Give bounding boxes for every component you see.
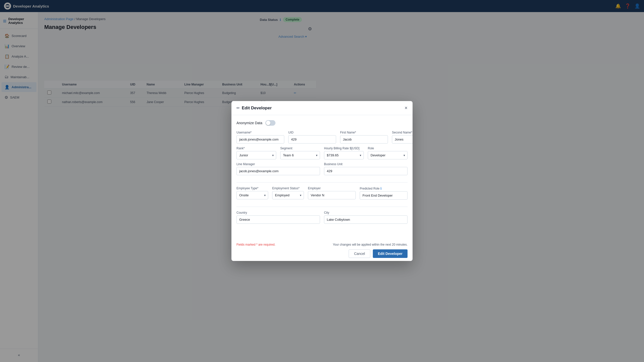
segment-select-wrapper: Team 6 Team 1 Team 2 Team 3 ▾ [280, 151, 320, 159]
username-label: Username* [236, 131, 284, 134]
form-section-identity: Username* UID First Name* Second Name* [236, 131, 322, 181]
anonymize-toggle[interactable] [265, 120, 275, 126]
form-row-manager: Line Manager Business Unit [236, 162, 322, 175]
rank-label: Rank* [236, 147, 276, 150]
form-group-uid: UID [288, 131, 322, 144]
uid-input[interactable] [288, 135, 322, 144]
uid-label: UID [288, 131, 322, 134]
modal-overlay: ✏ Edit Developer × Anonymize Data Userna… [0, 0, 322, 181]
form-row-rank: Rank* Junior Senior Mid-Level Lead ▾ [236, 147, 322, 159]
modal-header: ✏ Edit Developer × [231, 101, 322, 115]
toggle-knob [266, 121, 270, 125]
edit-pencil-icon: ✏ [236, 106, 240, 110]
line-manager-input[interactable] [236, 167, 320, 175]
line-manager-label: Line Manager [236, 162, 320, 166]
form-group-rank: Rank* Junior Senior Mid-Level Lead ▾ [236, 147, 276, 159]
form-group-username: Username* [236, 131, 284, 144]
modal-body: Anonymize Data Username* UID [231, 115, 322, 181]
form-group-segment: Segment Team 6 Team 1 Team 2 Team 3 ▾ [280, 147, 320, 159]
rank-select[interactable]: Junior Senior Mid-Level Lead [236, 151, 276, 159]
segment-label: Segment [280, 147, 320, 150]
segment-select[interactable]: Team 6 Team 1 Team 2 Team 3 [280, 151, 320, 159]
anonymize-row: Anonymize Data [236, 120, 322, 126]
modal-title: Edit Developer [242, 106, 272, 111]
rank-select-wrapper: Junior Senior Mid-Level Lead ▾ [236, 151, 276, 159]
form-group-line-manager: Line Manager [236, 162, 320, 175]
modal-header-left: ✏ Edit Developer [236, 106, 272, 111]
anonymize-label: Anonymize Data [236, 121, 262, 125]
username-input[interactable] [236, 135, 284, 144]
edit-developer-modal: ✏ Edit Developer × Anonymize Data Userna… [231, 101, 322, 181]
form-row-names: Username* UID First Name* Second Name* [236, 131, 322, 144]
